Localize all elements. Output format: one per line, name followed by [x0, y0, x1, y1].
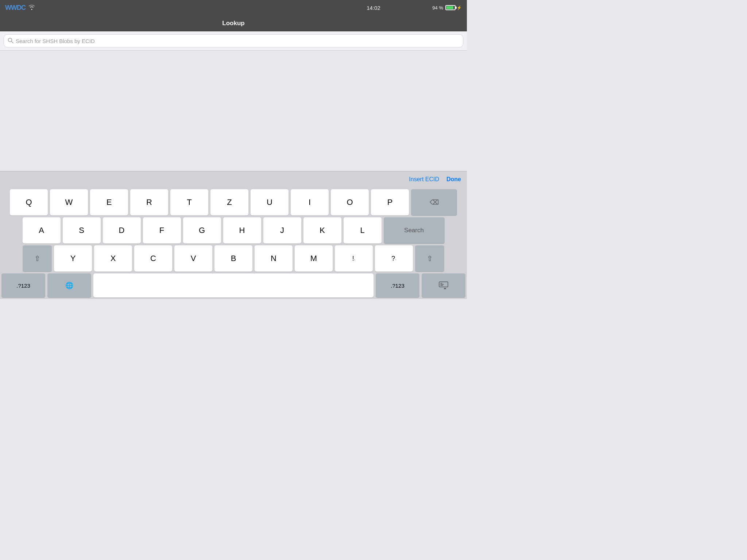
key-u[interactable]: U — [251, 189, 289, 215]
key-h[interactable]: H — [223, 217, 261, 244]
key-f[interactable]: F — [143, 217, 181, 244]
key-m[interactable]: M — [295, 245, 333, 272]
keyboard-toolbar: Insert ECID Done — [0, 171, 467, 187]
status-right: 94 % ⚡ — [432, 5, 462, 11]
key-p[interactable]: P — [371, 189, 409, 215]
content-area — [0, 51, 467, 171]
globe-key[interactable]: 🌐 — [47, 273, 91, 298]
key-k[interactable]: K — [303, 217, 341, 244]
status-time: 14:02 — [367, 5, 380, 11]
globe-icon: 🌐 — [65, 281, 73, 289]
keyboard: Q W E R T Z U I O P ⌫ A S D F G H J K L … — [0, 187, 467, 299]
key-exclamation[interactable]: !, — [335, 245, 373, 272]
status-left: WWDC — [5, 4, 35, 12]
key-a[interactable]: A — [23, 217, 61, 244]
page-title: Lookup — [222, 20, 244, 27]
wwdc-dc: DC — [17, 4, 26, 11]
insert-ecid-button[interactable]: Insert ECID — [409, 176, 439, 183]
keyboard-row-2: A S D F G H J K L Search — [1, 217, 465, 244]
search-key[interactable]: Search — [384, 217, 445, 244]
num-left-key[interactable]: .?123 — [1, 273, 45, 298]
key-b[interactable]: B — [214, 245, 252, 272]
key-c[interactable]: C — [134, 245, 172, 272]
battery-percent: 94 % — [432, 5, 443, 11]
keyboard-row-3: ⇧ Y X C V B N M !, ?. ⇧ — [1, 245, 465, 272]
shift-right-icon: ⇧ — [427, 254, 433, 263]
key-q[interactable]: Q — [10, 189, 48, 215]
search-icon — [8, 38, 13, 44]
key-e[interactable]: E — [90, 189, 128, 215]
num-right-key[interactable]: .?123 — [376, 273, 419, 298]
wifi-icon — [28, 5, 35, 11]
search-bar[interactable]: Search for SHSH Blobs by ECID — [4, 34, 463, 47]
done-button[interactable]: Done — [446, 176, 461, 183]
svg-line-1 — [12, 41, 13, 43]
keyboard-row-1: Q W E R T Z U I O P ⌫ — [1, 189, 465, 215]
nav-bar: Lookup — [0, 15, 467, 31]
search-placeholder: Search for SHSH Blobs by ECID — [16, 38, 459, 44]
key-v[interactable]: V — [174, 245, 212, 272]
key-d[interactable]: D — [103, 217, 141, 244]
key-i[interactable]: I — [291, 189, 329, 215]
key-t[interactable]: T — [170, 189, 208, 215]
wwdc-logo: WWDC — [5, 4, 26, 12]
key-o[interactable]: O — [331, 189, 369, 215]
key-j[interactable]: J — [263, 217, 301, 244]
battery-fill — [446, 6, 453, 9]
space-key[interactable] — [93, 273, 374, 298]
charge-icon: ⚡ — [457, 5, 462, 10]
key-n[interactable]: N — [255, 245, 293, 272]
wwdc-ww: WW — [5, 4, 17, 11]
keyboard-row-4: .?123 🌐 .?123 — [1, 273, 465, 298]
key-z[interactable]: Z — [210, 189, 248, 215]
backspace-icon: ⌫ — [430, 198, 439, 206]
key-w[interactable]: W — [50, 189, 88, 215]
dismiss-keyboard-key[interactable] — [422, 273, 465, 298]
key-y[interactable]: Y — [54, 245, 92, 272]
battery-container: ⚡ — [445, 5, 462, 10]
dismiss-keyboard-icon — [438, 281, 449, 290]
key-l[interactable]: L — [344, 217, 382, 244]
search-bar-container: Search for SHSH Blobs by ECID — [0, 31, 467, 51]
key-s[interactable]: S — [63, 217, 101, 244]
key-x[interactable]: X — [94, 245, 132, 272]
backspace-key[interactable]: ⌫ — [411, 189, 457, 215]
battery-icon — [445, 5, 456, 10]
shift-right-key[interactable]: ⇧ — [415, 245, 444, 272]
key-r[interactable]: R — [130, 189, 168, 215]
shift-left-key[interactable]: ⇧ — [23, 245, 52, 272]
key-g[interactable]: G — [183, 217, 221, 244]
shift-left-icon: ⇧ — [34, 254, 40, 263]
key-question[interactable]: ?. — [375, 245, 413, 272]
status-bar: WWDC 14:02 94 % ⚡ — [0, 0, 467, 15]
